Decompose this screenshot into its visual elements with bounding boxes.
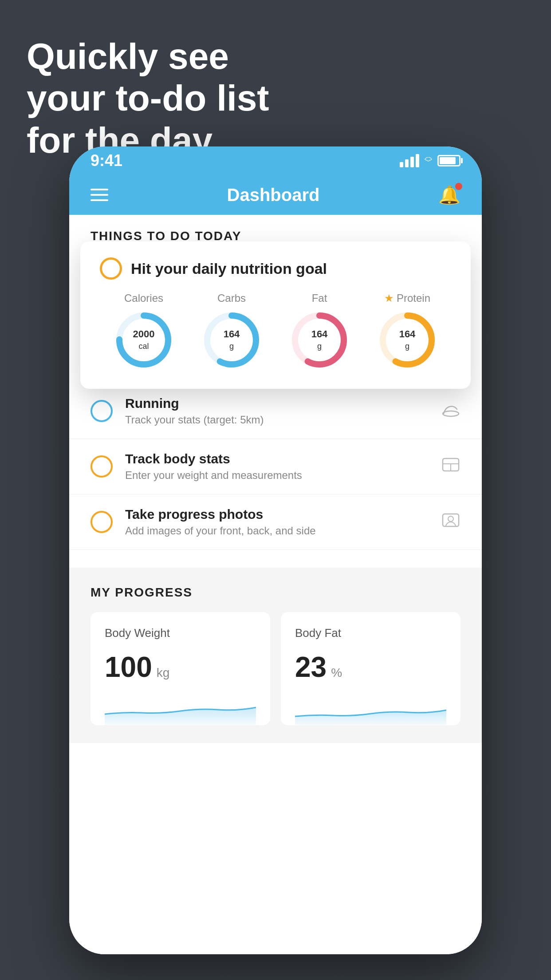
body-fat-title: Body Fat (295, 626, 446, 640)
todo-item-photos[interactable]: Take progress photos Add images of your … (69, 494, 482, 550)
running-text: Running Track your stats (target: 5km) (125, 396, 429, 426)
fat-label: Fat (312, 292, 327, 304)
wifi-icon: ⌔ (425, 154, 432, 168)
content-area: THINGS TO DO TODAY Hit your daily nutrit… (69, 215, 482, 954)
carbs-label: Carbs (217, 292, 246, 304)
calories-value: 2000cal (133, 328, 155, 352)
body-stats-check-circle (91, 455, 113, 478)
photos-title: Take progress photos (125, 507, 429, 522)
body-fat-chart (295, 694, 446, 725)
body-stats-title: Track body stats (125, 451, 429, 466)
carbs-value: 164g (224, 328, 240, 352)
body-stats-subtitle: Enter your weight and measurements (125, 469, 429, 482)
body-fat-value: 23 % (295, 651, 446, 684)
nutrition-card[interactable]: Hit your daily nutrition goal Calories 2… (80, 241, 471, 389)
body-fat-number: 23 (295, 651, 327, 684)
calories-stat: Calories 2000cal (113, 292, 175, 371)
photos-text: Take progress photos Add images of your … (125, 507, 429, 537)
carbs-stat: Carbs 164g (201, 292, 263, 371)
calories-donut: 2000cal (113, 309, 175, 371)
progress-cards: Body Weight 100 kg (91, 612, 460, 725)
scale-icon (441, 455, 460, 478)
nutrition-check-circle (100, 257, 122, 280)
body-fat-card[interactable]: Body Fat 23 % (281, 612, 460, 725)
svg-point-8 (443, 411, 459, 416)
photos-subtitle: Add images of your front, back, and side (125, 525, 429, 537)
status-bar: 9:41 ⌔ (69, 146, 482, 175)
person-photo-icon (441, 510, 460, 534)
running-check-circle (91, 400, 113, 422)
notification-bell-icon[interactable]: 🔔 (438, 185, 460, 205)
fat-donut: 164g (288, 309, 350, 371)
body-fat-unit: % (331, 666, 342, 680)
hamburger-menu[interactable] (91, 189, 108, 201)
progress-section: MY PROGRESS Body Weight 100 kg (69, 568, 482, 743)
body-stats-text: Track body stats Enter your weight and m… (125, 451, 429, 482)
headline: Quickly see your to-do list for the day. (27, 36, 269, 161)
status-icons: ⌔ (400, 154, 460, 168)
running-subtitle: Track your stats (target: 5km) (125, 414, 429, 426)
nutrition-card-header: Hit your daily nutrition goal (100, 257, 451, 280)
body-weight-card[interactable]: Body Weight 100 kg (91, 612, 270, 725)
protein-value: 164g (399, 328, 416, 352)
calories-label: Calories (124, 292, 163, 304)
phone-mockup: 9:41 ⌔ Dashboard 🔔 THINGS TO DO TODAY (69, 146, 482, 954)
body-weight-value: 100 kg (105, 651, 256, 684)
running-shoe-icon (441, 401, 460, 421)
running-title: Running (125, 396, 429, 411)
nutrition-stats: Calories 2000cal Carbs (100, 292, 451, 371)
notification-dot (455, 183, 462, 190)
status-time: 9:41 (91, 151, 122, 170)
body-weight-chart (105, 694, 256, 725)
body-weight-number: 100 (105, 651, 152, 684)
nav-bar: Dashboard 🔔 (69, 175, 482, 215)
nav-title: Dashboard (227, 185, 320, 205)
battery-icon (437, 155, 460, 166)
progress-header: MY PROGRESS (91, 585, 460, 600)
todo-list: Running Track your stats (target: 5km) T… (69, 383, 482, 550)
body-weight-title: Body Weight (105, 626, 256, 640)
protein-donut: 164g (376, 309, 438, 371)
svg-point-13 (448, 516, 453, 522)
photos-check-circle (91, 511, 113, 533)
protein-stat: ★Protein 164g (376, 292, 438, 371)
body-weight-unit: kg (157, 666, 170, 680)
todo-item-body-stats[interactable]: Track body stats Enter your weight and m… (69, 439, 482, 494)
nutrition-title: Hit your daily nutrition goal (131, 260, 327, 277)
protein-label: ★Protein (384, 292, 430, 304)
fat-value: 164g (311, 328, 328, 352)
star-icon: ★ (384, 292, 394, 304)
signal-icon (400, 154, 419, 167)
fat-stat: Fat 164g (288, 292, 350, 371)
todo-item-running[interactable]: Running Track your stats (target: 5km) (69, 383, 482, 439)
carbs-donut: 164g (201, 309, 263, 371)
